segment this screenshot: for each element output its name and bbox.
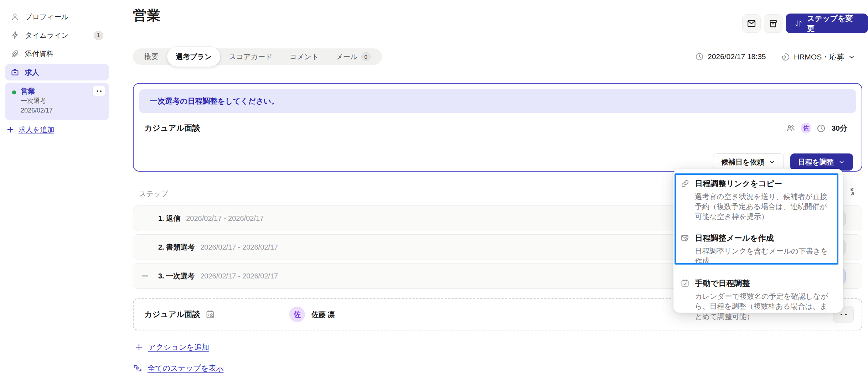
tab-label: 選考プラン	[176, 52, 212, 62]
source-select[interactable]: HRMOS・応募	[781, 52, 856, 62]
archive-button[interactable]	[764, 14, 782, 33]
mail-edit-icon	[681, 234, 689, 266]
sidebar-item-label: 求人	[25, 68, 39, 77]
tab-selection-plan[interactable]: 選考プラン	[167, 47, 220, 67]
schedule-label: 日程を調整	[798, 157, 834, 167]
step-name: 書類選考	[166, 243, 195, 251]
clock-icon	[816, 124, 826, 133]
mail-count-badge: 0	[361, 52, 371, 61]
step-date-range: 2026/02/17 - 2026/02/17	[186, 214, 264, 223]
change-step-button[interactable]: ステップを変更	[786, 14, 868, 33]
lightning-icon	[11, 31, 19, 40]
tab-label: メール	[336, 52, 358, 62]
clock-icon	[695, 52, 704, 61]
menu-item-title: 日程調整リンクをコピー	[695, 178, 833, 189]
mail-icon	[746, 19, 756, 28]
show-all-steps-label: 全てのステップを表示	[148, 363, 223, 373]
step-date-range: 2026/02/17 - 2026/02/17	[200, 243, 278, 251]
job-card-more-button[interactable]	[93, 86, 105, 96]
collapse-minus-icon[interactable]	[140, 271, 150, 281]
step-number: 3.	[158, 272, 164, 280]
menu-item-create-mail[interactable]: 日程調整メールを作成 日程調整リンクを含むメールの下書きを作成	[673, 230, 843, 269]
tab-label: 概要	[144, 52, 159, 62]
add-job-label: 求人を追加	[19, 125, 54, 135]
chevron-down-icon	[848, 53, 856, 61]
duration-text: 30分	[832, 123, 847, 133]
calendar-person-icon	[205, 309, 215, 319]
interview-title: カジュアル面談	[144, 123, 200, 134]
paperclip-icon	[11, 49, 19, 58]
add-job-link[interactable]: 求人を追加	[6, 125, 109, 135]
sidebar-item-profile[interactable]: プロフィール	[5, 9, 109, 25]
schedule-dropdown-menu: 日程調整リンクをコピー 選考官の空き状況を送り、候補者が直接予約（複数予定ある場…	[673, 169, 843, 313]
sidebar-item-timeline[interactable]: タイムライン 1	[5, 27, 109, 43]
change-step-label: ステップを変更	[807, 14, 859, 33]
sort-arrows-icon	[794, 19, 803, 28]
menu-item-desc: 日程調整リンクを含むメールの下書きを作成	[695, 246, 833, 266]
job-card-step: 一次選考	[21, 96, 104, 105]
tabbar: 概要 選考プラン スコアカード コメント メール 0	[133, 48, 382, 65]
step-name: 一次選考	[166, 272, 195, 280]
tab-label: コメント	[290, 52, 319, 62]
job-card-date: 2026/02/17	[21, 106, 104, 115]
step-name: 返信	[166, 214, 180, 222]
menu-item-title: 手動で日程調整	[695, 278, 833, 289]
calendar-check-icon	[681, 279, 689, 321]
show-all-steps-link[interactable]: 全てのステップを表示	[133, 363, 223, 373]
mail-button[interactable]	[742, 14, 761, 33]
menu-item-desc: カレンダーで複数名の予定を確認しながら、日程を調整（複数枠ある場合は、まとめて調…	[695, 291, 833, 321]
sidebar-job-card[interactable]: 営業 一次選考 2026/02/17	[5, 83, 109, 120]
tab-scorecard[interactable]: スコアカード	[220, 48, 281, 65]
schedule-button[interactable]: 日程を調整	[790, 153, 853, 171]
interviewer-avatar: 佐	[289, 307, 305, 322]
collapse-all-icon[interactable]	[847, 187, 857, 197]
applied-timestamp: 2026/02/17 18:35	[695, 52, 766, 61]
interviewer-avatar[interactable]: 佐	[801, 123, 811, 134]
tab-comments[interactable]: コメント	[281, 48, 327, 65]
notice-banner: 一次選考の日程調整をしてください。	[139, 89, 856, 113]
divider	[139, 147, 856, 147]
interviewer-name: 佐藤 凛	[311, 310, 335, 319]
tab-label: スコアカード	[229, 52, 272, 62]
job-status-dot	[12, 90, 16, 94]
chevron-down-icon	[769, 158, 776, 166]
steps-header: ステップ	[139, 189, 168, 199]
plus-icon	[135, 343, 143, 351]
briefcase-icon	[11, 68, 19, 77]
add-action-label: アクションを追加	[148, 342, 209, 352]
job-card-title: 営業	[21, 87, 104, 95]
menu-item-copy-link[interactable]: 日程調整リンクをコピー 選考官の空き状況を送り、候補者が直接予約（複数予定ある場…	[673, 175, 843, 225]
schedule-plan-card: 一次選考の日程調整をしてください。 カジュアル面談 佐 30分 候補日を依頼 日…	[133, 83, 862, 172]
sidebar: プロフィール タイムライン 1 添付資料 求人 営業 一次選考 2026/02/…	[5, 9, 109, 135]
step-number: 2.	[158, 243, 164, 251]
notice-text: 一次選考の日程調整をしてください。	[150, 96, 279, 106]
tab-mail[interactable]: メール 0	[327, 48, 379, 65]
sidebar-item-attachments[interactable]: 添付資料	[5, 46, 109, 62]
people-icon	[786, 123, 796, 133]
chevron-down-icon	[838, 158, 845, 166]
step-number: 1.	[158, 214, 164, 222]
sidebar-item-jobs[interactable]: 求人	[5, 64, 109, 80]
request-dates-label: 候補日を依頼	[721, 157, 764, 167]
plus-icon	[6, 126, 14, 134]
interview-row: カジュアル面談 佐 30分	[144, 123, 847, 134]
arrow-in-circle-icon	[781, 52, 790, 62]
link-icon	[681, 179, 689, 221]
timeline-count-badge: 1	[94, 31, 103, 40]
sidebar-item-label: 添付資料	[25, 49, 53, 59]
source-label: HRMOS・応募	[794, 52, 844, 62]
sidebar-item-label: タイムライン	[25, 31, 69, 40]
sidebar-item-label: プロフィール	[25, 12, 68, 22]
archive-box-icon	[768, 19, 778, 28]
person-icon	[11, 12, 19, 21]
menu-item-title: 日程調整メールを作成	[695, 233, 833, 244]
tab-overview[interactable]: 概要	[136, 48, 167, 65]
menu-item-desc: 選考官の空き状況を送り、候補者が直接予約（複数予定ある場合は、連続開催が可能な空…	[695, 192, 833, 221]
menu-item-manual-schedule[interactable]: 手動で日程調整 カレンダーで複数名の予定を確認しながら、日程を調整（複数枠ある場…	[673, 275, 843, 324]
action-title: カジュアル面談	[144, 309, 200, 320]
page-title: 営業	[133, 6, 161, 25]
request-dates-button[interactable]: 候補日を依頼	[713, 153, 784, 171]
expand-corners-icon	[133, 363, 143, 373]
timestamp-text: 2026/02/17 18:35	[708, 52, 766, 61]
add-action-link[interactable]: アクションを追加	[135, 342, 209, 352]
